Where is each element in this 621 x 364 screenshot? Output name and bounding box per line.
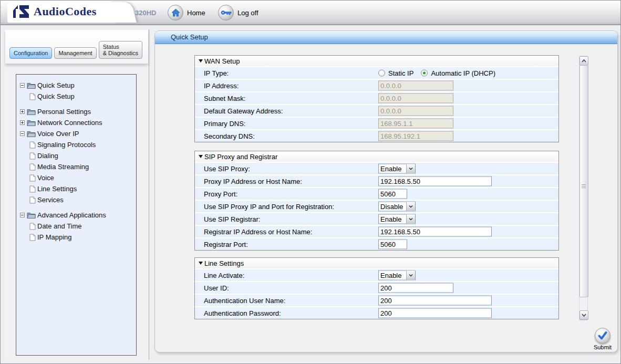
audiocodes-logo-mark-icon	[12, 5, 30, 18]
collapse-icon[interactable]	[20, 83, 25, 88]
tab-status-diagnostics[interactable]: Status & Diagnostics	[99, 41, 142, 59]
vertical-scrollbar[interactable]	[579, 56, 588, 320]
section-sip-proxy-registrar: SIP Proxy and Registrar Use SIP Proxy: E…	[194, 151, 559, 251]
registrar-ip-input[interactable]	[378, 227, 492, 237]
row-user-id: User ID:	[195, 281, 558, 294]
home-button[interactable]: Home	[168, 5, 205, 20]
registrar-port-input[interactable]	[378, 240, 407, 249]
section-wan-setup: WAN Setup IP Type: Static IP Automatic I…	[194, 55, 559, 142]
tree-item-quick-setup-page[interactable]: Quick Setup	[16, 91, 136, 102]
row-use-proxy-for-registration: Use SIP Proxy IP and Port for Registrati…	[195, 200, 558, 212]
chevron-down-icon[interactable]	[406, 271, 415, 280]
row-secondary-dns: Secondary DNS:	[195, 129, 558, 142]
tree-item-label: Voice	[37, 174, 54, 182]
selected-value: Enable	[379, 271, 406, 280]
subnet-mask-input	[378, 93, 453, 103]
chevron-down-icon	[582, 314, 586, 317]
default-gateway-input	[378, 106, 453, 116]
tree-item-line-settings[interactable]: Line Settings	[16, 183, 136, 194]
use-sip-registrar-select[interactable]: Enable	[378, 214, 416, 224]
expand-icon[interactable]	[20, 109, 25, 114]
logoff-button[interactable]: Log off	[218, 5, 258, 20]
selected-value: Enable	[379, 164, 406, 173]
folder-icon	[27, 82, 36, 89]
secondary-dns-input	[378, 131, 453, 141]
tree-item-advanced-applications[interactable]: Advanced Applications	[16, 210, 136, 221]
field-label: Registrar IP Address or Host Name:	[204, 228, 312, 236]
static-ip-radio-label: Static IP	[388, 69, 413, 77]
folder-icon	[27, 108, 36, 116]
scroll-up-button[interactable]	[579, 56, 588, 66]
use-sip-proxy-select[interactable]: Enable	[378, 164, 416, 174]
auth-user-name-input[interactable]	[378, 296, 492, 306]
tree-item-voice-over-ip[interactable]: Voice Over IP	[16, 128, 136, 139]
row-ip-type: IP Type: Static IP Automatic IP (DHCP)	[195, 66, 558, 79]
wan-setup-header[interactable]: WAN Setup	[195, 56, 558, 66]
tree-item-label: Personal Settings	[37, 108, 91, 116]
section-line-settings: Line Settings Line Activate: Enable User…	[194, 257, 559, 319]
row-registrar-port: Registrar Port:	[195, 237, 558, 250]
collapse-icon[interactable]	[20, 213, 25, 217]
home-label: Home	[187, 9, 205, 17]
tree-item-signaling-protocols[interactable]: Signaling Protocols	[16, 139, 136, 150]
row-use-sip-proxy: Use SIP Proxy: Enable	[195, 162, 558, 174]
expand-icon[interactable]	[20, 120, 25, 125]
user-id-input[interactable]	[378, 283, 453, 293]
field-label: User ID:	[204, 284, 229, 292]
field-label: Primary DNS:	[204, 120, 245, 128]
line-activate-select[interactable]: Enable	[378, 271, 416, 280]
page-icon	[29, 185, 36, 193]
submit-button[interactable]: Submit	[591, 328, 615, 350]
device-model: 320HD	[135, 9, 156, 17]
proxy-port-input[interactable]	[378, 189, 407, 199]
tab-configuration[interactable]: Configuration	[9, 47, 52, 59]
field-label: Proxy IP Address or Host Name:	[204, 178, 302, 185]
scrollbar-thumb[interactable]	[579, 65, 588, 297]
tree-item-personal-settings[interactable]: Personal Settings	[16, 106, 136, 117]
row-proxy-port: Proxy Port:	[195, 187, 558, 200]
scroll-down-button[interactable]	[579, 310, 588, 320]
tree-item-quick-setup-folder[interactable]: Quick Setup	[16, 80, 136, 91]
chevron-down-icon[interactable]	[406, 164, 415, 173]
tree-item-dialing[interactable]: Dialing	[16, 150, 136, 161]
logoff-label: Log off	[237, 9, 258, 17]
page-icon	[29, 196, 36, 204]
home-icon	[168, 5, 183, 20]
tree-item-media-streaming[interactable]: Media Streaming	[16, 161, 136, 172]
field-label: Proxy Port:	[204, 190, 237, 198]
tree-item-label: Voice Over IP	[37, 130, 79, 138]
header-bar: AudioCodes 320HD Home Log off	[1, 1, 620, 25]
proxy-ip-input[interactable]	[378, 176, 492, 186]
tabs-row: Configuration Management Status & Diagno…	[9, 41, 142, 59]
tree-item-services[interactable]: Services	[16, 194, 136, 205]
collapse-triangle-icon	[199, 155, 203, 158]
tree-item-voice[interactable]: Voice	[16, 172, 136, 183]
tree-item-label: Advanced Applications	[37, 211, 106, 219]
auth-password-input[interactable]	[378, 308, 492, 318]
navigation-tree: Quick Setup Quick Setup Personal Setting…	[16, 74, 137, 356]
field-label: Authentication User Name:	[204, 297, 285, 305]
section-title: WAN Setup	[204, 57, 240, 65]
use-proxy-for-registration-select[interactable]: Disable	[378, 202, 416, 212]
section-title: Line Settings	[204, 259, 244, 267]
line-settings-header[interactable]: Line Settings	[195, 258, 558, 268]
chevron-down-icon[interactable]	[406, 202, 415, 211]
main-panel: Quick Setup WAN Setup IP Type: Static IP…	[154, 30, 618, 352]
field-label: Default Gateway Address:	[204, 107, 283, 115]
key-icon	[218, 5, 234, 20]
field-label: IP Address:	[204, 82, 239, 90]
page-icon	[29, 223, 36, 230]
row-default-gateway: Default Gateway Address:	[195, 104, 558, 117]
tree-item-label: Network Connections	[37, 119, 102, 127]
sip-proxy-registrar-header[interactable]: SIP Proxy and Registrar	[195, 151, 558, 162]
automatic-ip-dhcp-radio[interactable]	[421, 70, 428, 77]
selected-value: Disable	[379, 202, 406, 211]
tree-item-network-connections[interactable]: Network Connections	[16, 117, 136, 128]
tree-item-ip-mapping[interactable]: IP Mapping	[16, 232, 136, 243]
tree-item-date-and-time[interactable]: Date and Time	[16, 221, 136, 232]
chevron-down-icon[interactable]	[406, 215, 415, 224]
tab-management[interactable]: Management	[54, 47, 96, 59]
collapse-icon[interactable]	[20, 131, 25, 136]
static-ip-radio[interactable]	[378, 70, 385, 77]
tree-item-label: Signaling Protocols	[37, 141, 96, 149]
